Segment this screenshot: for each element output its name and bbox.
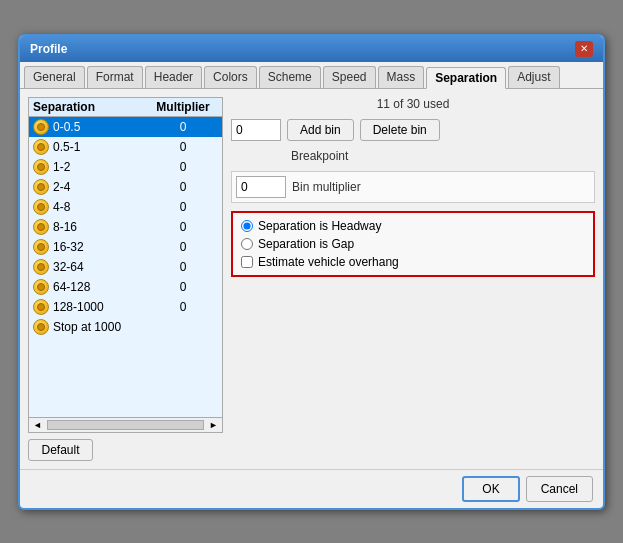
profile-window: Profile ✕ General Format Header Colors S… [18,34,605,510]
list-item[interactable]: Stop at 1000 [29,317,222,337]
item-mult: 0 [148,300,218,314]
scroll-left-arrow[interactable]: ◄ [30,419,45,431]
item-mult: 0 [148,200,218,214]
tab-scheme[interactable]: Scheme [259,66,321,88]
radio-headway[interactable] [241,220,253,232]
item-label: 1-2 [53,160,148,174]
radio-gap[interactable] [241,238,253,250]
item-mult: 0 [148,160,218,174]
item-mult: 0 [148,240,218,254]
item-mult: 0 [148,220,218,234]
item-mult: 0 [148,120,218,134]
item-label: Stop at 1000 [53,320,148,334]
close-button[interactable]: ✕ [575,41,593,57]
list-item[interactable]: 128-1000 0 [29,297,222,317]
checkbox-overhang-label: Estimate vehicle overhang [258,255,399,269]
tab-speed[interactable]: Speed [323,66,376,88]
item-icon [33,119,49,135]
list-item[interactable]: 64-128 0 [29,277,222,297]
list-header: Separation Multiplier [29,98,222,117]
item-icon [33,279,49,295]
checkbox-overhang-item[interactable]: Estimate vehicle overhang [241,255,585,269]
list-item[interactable]: 1-2 0 [29,157,222,177]
add-bin-button[interactable]: Add bin [287,119,354,141]
right-panel: 11 of 30 used Add bin Delete bin Breakpo… [231,97,595,461]
bin-multiplier-input[interactable] [236,176,286,198]
separation-list: Separation Multiplier 0-0.5 0 0.5-1 0 [28,97,223,418]
item-icon [33,139,49,155]
tab-colors[interactable]: Colors [204,66,257,88]
list-item[interactable]: 2-4 0 [29,177,222,197]
tab-general[interactable]: General [24,66,85,88]
item-icon [33,159,49,175]
item-icon [33,179,49,195]
item-mult: 0 [148,180,218,194]
col-multiplier-header: Multiplier [148,100,218,114]
item-mult: 0 [148,280,218,294]
bin-multiplier-label: Bin multiplier [292,180,361,194]
list-item[interactable]: 16-32 0 [29,237,222,257]
item-label: 0-0.5 [53,120,148,134]
item-mult: 0 [148,140,218,154]
multiplier-row: Bin multiplier [231,171,595,203]
col-separation-header: Separation [33,100,148,114]
tab-mass[interactable]: Mass [378,66,425,88]
radio-headway-label: Separation is Headway [258,219,381,233]
breakpoint-row: Add bin Delete bin [231,119,595,141]
content-area: Separation Multiplier 0-0.5 0 0.5-1 0 [20,89,603,469]
breakpoint-input[interactable] [231,119,281,141]
item-label: 8-16 [53,220,148,234]
item-icon [33,299,49,315]
item-label: 2-4 [53,180,148,194]
radio-headway-item[interactable]: Separation is Headway [241,219,585,233]
radio-gap-item[interactable]: Separation is Gap [241,237,585,251]
bottom-bar: OK Cancel [20,469,603,508]
item-label: 64-128 [53,280,148,294]
window-title: Profile [30,42,67,56]
scroll-right-arrow[interactable]: ► [206,419,221,431]
checkbox-overhang[interactable] [241,256,253,268]
item-icon [33,259,49,275]
tab-adjust[interactable]: Adjust [508,66,559,88]
separation-type-group: Separation is Headway Separation is Gap … [231,211,595,277]
item-icon [33,199,49,215]
list-item[interactable]: 8-16 0 [29,217,222,237]
list-item[interactable]: 0-0.5 0 [29,117,222,137]
item-label: 0.5-1 [53,140,148,154]
item-label: 32-64 [53,260,148,274]
item-label: 128-1000 [53,300,148,314]
breakpoint-label-row: Breakpoint [231,149,595,163]
list-item[interactable]: 0.5-1 0 [29,137,222,157]
tab-separation[interactable]: Separation [426,67,506,89]
scrollbar-track[interactable] [47,420,204,430]
item-mult: 0 [148,260,218,274]
list-items: 0-0.5 0 0.5-1 0 1-2 0 2 [29,117,222,337]
item-icon [33,319,49,335]
list-item[interactable]: 4-8 0 [29,197,222,217]
breakpoint-label: Breakpoint [291,149,348,163]
item-icon [33,239,49,255]
left-panel: Separation Multiplier 0-0.5 0 0.5-1 0 [28,97,223,461]
used-label: 11 of 30 used [231,97,595,111]
default-button[interactable]: Default [28,439,93,461]
list-item[interactable]: 32-64 0 [29,257,222,277]
scrollbar: ◄ ► [28,418,223,433]
tab-header[interactable]: Header [145,66,202,88]
item-icon [33,219,49,235]
radio-gap-label: Separation is Gap [258,237,354,251]
title-bar: Profile ✕ [20,36,603,62]
delete-bin-button[interactable]: Delete bin [360,119,440,141]
cancel-button[interactable]: Cancel [526,476,593,502]
tabs-bar: General Format Header Colors Scheme Spee… [20,62,603,89]
tab-format[interactable]: Format [87,66,143,88]
item-label: 4-8 [53,200,148,214]
ok-button[interactable]: OK [462,476,519,502]
item-label: 16-32 [53,240,148,254]
